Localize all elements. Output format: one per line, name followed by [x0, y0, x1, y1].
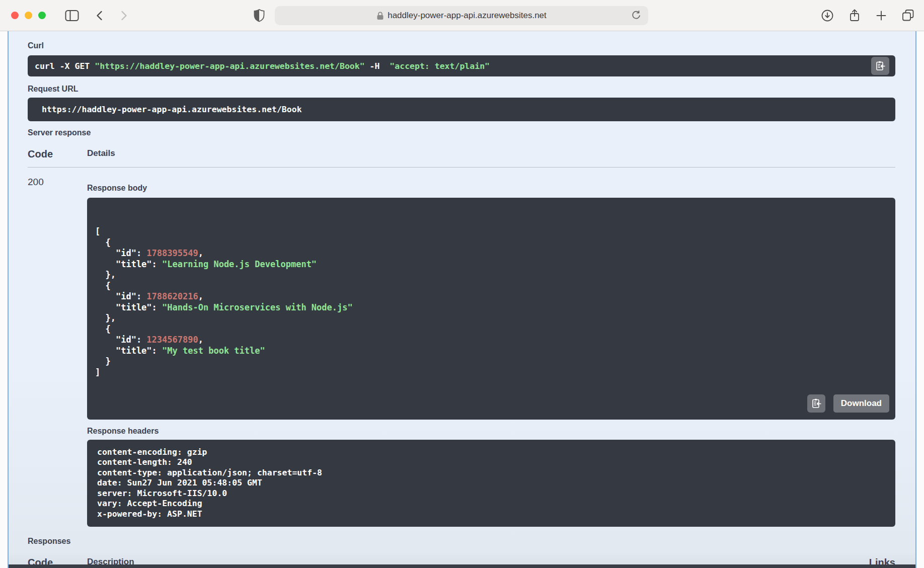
- copy-response-button[interactable]: [807, 394, 825, 413]
- response-body-panel: [ { "id": 1788395549, "title": "Learning…: [87, 198, 895, 420]
- browser-toolbar: haddley-power-app-api.azurewebsites.net: [0, 0, 924, 31]
- curl-command: curl -X GET "https://haddley-power-app-a…: [35, 61, 871, 71]
- downloads-icon[interactable]: [821, 9, 834, 22]
- window-controls: [11, 12, 46, 19]
- code-header: Code: [28, 148, 87, 160]
- response-body-label: Response body: [87, 184, 895, 193]
- page-background: Curl curl -X GET "https://haddley-power-…: [0, 31, 924, 568]
- minimize-window-button[interactable]: [25, 12, 32, 19]
- share-icon[interactable]: [848, 9, 861, 23]
- next-section-edge: [9, 564, 915, 568]
- download-button[interactable]: Download: [833, 394, 889, 413]
- request-url-label: Request URL: [28, 85, 895, 94]
- response-body-code: [ { "id": 1788395549, "title": "Learning…: [95, 226, 887, 378]
- responses-label: Responses: [28, 537, 895, 546]
- response-headers-label: Response headers: [87, 427, 895, 436]
- reload-icon[interactable]: [631, 11, 641, 21]
- response-headers-panel: content-encoding: gzipcontent-length: 24…: [87, 440, 895, 527]
- details-header: Details: [87, 148, 895, 160]
- close-window-button[interactable]: [11, 12, 19, 19]
- zoom-window-button[interactable]: [38, 12, 46, 19]
- privacy-shield-icon[interactable]: [253, 9, 266, 23]
- curl-command-bar: curl -X GET "https://haddley-power-app-a…: [28, 55, 895, 76]
- sidebar-toggle-icon[interactable]: [65, 10, 79, 22]
- server-response-table-header: Code Details: [28, 148, 895, 168]
- curl-label: Curl: [28, 41, 895, 50]
- copy-curl-button[interactable]: [871, 57, 889, 75]
- new-tab-icon[interactable]: [875, 10, 887, 22]
- address-bar[interactable]: haddley-power-app-api.azurewebsites.net: [275, 6, 648, 25]
- server-response-label: Server response: [28, 128, 895, 137]
- lock-icon: [376, 12, 384, 20]
- forward-icon[interactable]: [118, 10, 129, 22]
- address-url: haddley-power-app-api.azurewebsites.net: [388, 11, 547, 21]
- back-icon[interactable]: [94, 10, 105, 22]
- server-response-row: 200 Response body [ { "id": 1788395549, …: [28, 177, 895, 527]
- tab-overview-icon[interactable]: [901, 9, 915, 22]
- request-url-value: https://haddley-power-app-api.azurewebsi…: [28, 98, 895, 121]
- status-code: 200: [28, 177, 87, 527]
- swagger-opblock: Curl curl -X GET "https://haddley-power-…: [8, 31, 916, 568]
